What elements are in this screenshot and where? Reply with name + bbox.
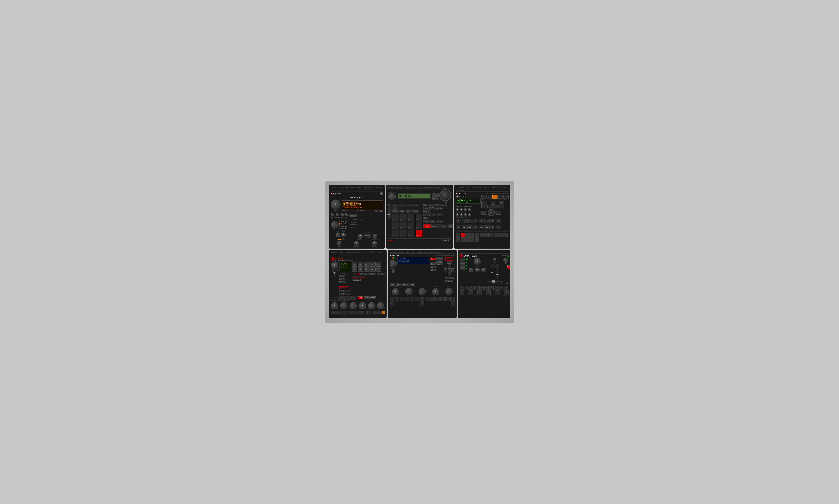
af-no-reload-btn[interactable]: No/Reload [339, 293, 351, 295]
af-chain-btn[interactable]: Chain [339, 277, 345, 280]
dt-track-6[interactable]: 6 [484, 219, 489, 223]
mpc-song-btn[interactable]: SONG [392, 207, 398, 210]
ah-settings-btn[interactable]: Settings [350, 214, 357, 217]
af-knob-3[interactable] [350, 302, 357, 309]
oct-step-6[interactable]: 6 [484, 286, 489, 290]
oct-step-14[interactable]: 14 [486, 290, 490, 295]
mpc-mode-btn[interactable]: MODE [423, 207, 430, 210]
dt-fltr-btn[interactable]: FLTR [493, 195, 498, 199]
oct-d-knob[interactable] [503, 258, 508, 263]
af-step-15[interactable] [378, 311, 381, 314]
oct-t5-btn[interactable]: T5 [460, 258, 465, 260]
dt-step-7[interactable]: 7 [484, 233, 489, 237]
dt-step-3[interactable]: 3 [465, 233, 470, 237]
dt-step-13[interactable]: 13 [461, 237, 465, 242]
af-cv-mute-btn[interactable]: CV Mute [359, 276, 365, 278]
oct-level-knob[interactable] [474, 258, 481, 265]
af-tr2-mute[interactable]: Tr2 Mute [360, 273, 368, 275]
mpc-data-encoder[interactable] [439, 189, 451, 201]
af-knob-6[interactable] [377, 302, 384, 309]
oct-e-knob[interactable] [510, 258, 510, 263]
mpc-status-btn[interactable]: STATUS [441, 204, 447, 206]
af-master-vol-knob[interactable] [331, 262, 338, 269]
mpc-pad-1[interactable]: PAD 1 [392, 230, 399, 237]
oct-step-16[interactable]: 16 [504, 290, 508, 295]
af-bank-d[interactable]: D [352, 296, 356, 300]
dt-track-8[interactable]: 8 [496, 219, 501, 223]
mpc-pad-2[interactable]: PAD 2 [400, 230, 407, 237]
oct-scene-a-fader[interactable] [492, 268, 493, 280]
ot-t3-btn[interactable]: T3 [430, 266, 435, 268]
ah-wet-level-knob[interactable] [354, 241, 359, 246]
mpc-pad5-btn[interactable]: PAD 5 [406, 210, 412, 213]
ah-dry-wet-knob[interactable] [372, 241, 377, 246]
af-lfo-cinema-btn[interactable]: LFOReverb [370, 267, 375, 272]
af-step-8[interactable] [355, 311, 357, 314]
oct-step-11[interactable]: 11 [460, 290, 464, 295]
oct-scene-b-thumb[interactable] [496, 274, 499, 275]
mpc-params-btn[interactable]: PARAMS [437, 214, 443, 216]
dt-amp-btn[interactable]: AMP [498, 195, 503, 199]
ot-amp-knob[interactable] [405, 288, 412, 295]
dt-track-13[interactable]: 13 [479, 225, 484, 229]
oct-a-knob[interactable] [469, 268, 474, 272]
dt-step-15[interactable]: 15 [470, 237, 475, 242]
af-function-btn[interactable]: Function [339, 286, 349, 289]
mpc-pad-program[interactable]: PROG [415, 222, 423, 229]
oct-mute1[interactable]: M [507, 265, 510, 269]
af-filters-btn[interactable]: FiltersCV D [352, 267, 357, 272]
dt-step-8[interactable]: 8 [489, 233, 493, 237]
af-step-12[interactable] [368, 311, 371, 314]
mpc-pad-4[interactable]: PAD 4 [392, 222, 399, 229]
oct-step-2[interactable]: 2 [465, 286, 469, 290]
oct-crossfader-thumb[interactable] [493, 280, 495, 283]
oct-step-1[interactable]: 1 [460, 286, 464, 290]
dt-track-5[interactable]: 5 [479, 219, 484, 223]
dt-enc-atk[interactable] [456, 208, 459, 211]
ah-main-knob[interactable] [331, 200, 340, 210]
af-step-5[interactable] [344, 311, 347, 314]
ot-cue-knob[interactable] [392, 270, 395, 273]
dt-track-3[interactable]: 3 [467, 219, 472, 223]
ah-character-knob[interactable] [331, 221, 338, 229]
ot-t1-btn[interactable]: T1 [430, 258, 435, 260]
af-lfo2-btn[interactable]: LFOLFO [375, 267, 381, 272]
af-step-4[interactable] [341, 311, 344, 314]
af-step-2[interactable] [334, 311, 337, 314]
ot-record-btn[interactable]: RecordSetup [436, 257, 443, 261]
oct-step-13[interactable]: 13 [477, 290, 482, 295]
ot-effect2-knob[interactable] [445, 288, 452, 295]
dt-step-16[interactable]: 16 [475, 237, 479, 242]
dt-step-2[interactable]: 2 [461, 233, 465, 237]
oct-step-7[interactable]: 7 [489, 286, 494, 290]
dt-track-15[interactable]: 15 [490, 225, 495, 229]
mpc-metronome-btn[interactable]: METRONOME [437, 207, 442, 210]
ah-drive-knob[interactable] [337, 241, 341, 246]
dt-track-1[interactable]: 1 [456, 219, 461, 223]
mpc-main-volume-knob[interactable] [389, 193, 395, 200]
oct-b-knob[interactable] [475, 268, 480, 272]
mpc-pad-red[interactable]: REC [415, 230, 423, 237]
mpc-rec-gain-fader-thumb[interactable] [387, 214, 390, 215]
dt-nav-left[interactable]: ◄ [487, 205, 491, 209]
mpc-overdub-btn[interactable]: OVER DUB [431, 224, 439, 228]
dt-nav-up[interactable]: ▲ [491, 201, 495, 205]
ah-low-knob[interactable] [336, 233, 340, 237]
dt-enc-dec[interactable] [460, 208, 463, 211]
oct-step-9[interactable]: 9 [499, 286, 503, 290]
af-step-1[interactable] [331, 311, 334, 314]
af-step-14[interactable] [375, 311, 378, 314]
ah-master-volume-knob[interactable] [380, 192, 383, 195]
dt-track-9[interactable]: 9 [456, 225, 461, 229]
dt-bank-btn[interactable]: BANK [496, 211, 501, 215]
ah-resonance-knob[interactable] [373, 234, 377, 239]
mpc-pad-12[interactable]: PAD 12 [415, 214, 423, 221]
dt-step-6[interactable]: 6 [480, 233, 484, 237]
ah-frequency-knob[interactable] [358, 234, 363, 239]
mpc-bank-a[interactable]: A [432, 194, 435, 197]
ah-no-btn[interactable]: No [379, 210, 383, 212]
oct-t6-btn[interactable]: T6 [460, 261, 465, 264]
ot-step-12[interactable]: 12 [445, 297, 450, 301]
ot-step-5[interactable]: 5 [410, 297, 414, 301]
mpc-main-btn[interactable]: MAIN [423, 220, 430, 223]
